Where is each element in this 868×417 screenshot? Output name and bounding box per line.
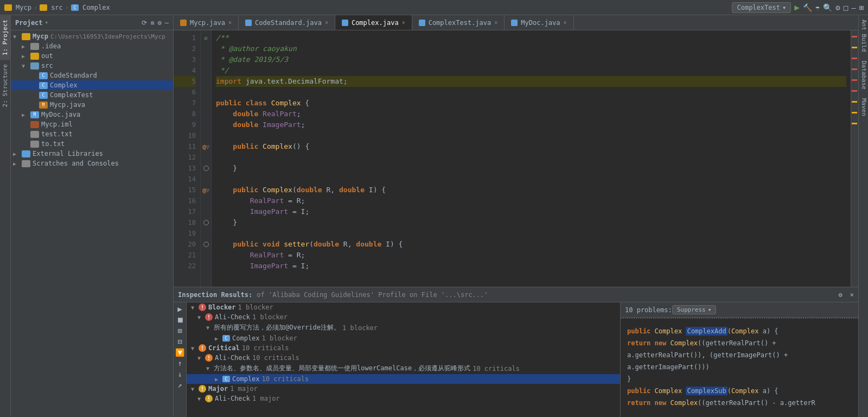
expand-all-icon[interactable]: ⊞ [177,326,182,335]
right-tab-database[interactable]: Database [859,56,868,94]
override-marker-11: @ [202,143,206,150]
totxt-icon [30,141,39,148]
breadcrumb-mycp[interactable]: Mycp [4,4,31,11]
tree-item-testtxt[interactable]: test.txt [11,129,173,139]
insp-alicheck-critical[interactable]: ▼ ! Ali-Check 10 criticals [187,353,620,363]
tree-item-idea[interactable]: ▶ .idea [11,41,173,51]
up-icon[interactable]: ↑ [177,359,182,368]
crit-label: Critical [208,344,240,352]
sidebar-item-structure[interactable]: 2: Structure [0,60,10,111]
settings-icon[interactable]: ⚙ [835,3,840,12]
code-line-14 [216,174,846,185]
complex-tab-close[interactable]: × [402,20,405,26]
gear-icon[interactable]: ⚙ [158,19,162,27]
tab-codestandard[interactable]: CodeStandard.java × [239,15,335,30]
preview-line-1: public Complex ComplexAdd(Complex a) { [627,325,852,337]
insp-alicheck-major[interactable]: ▼ ! Ali-Check 1 major [187,394,620,403]
ct-tab-close[interactable]: × [494,20,497,26]
code-line-21: RealPart = R; [216,250,846,261]
export-icon[interactable]: ↗ [177,381,182,389]
code-content[interactable]: /** * @author caoyakun * @date 2019/5/3 … [212,30,851,287]
tree-item-codestandard[interactable]: C CodeStandard [11,71,173,80]
gutter-13 [203,163,209,174]
collapse-icon[interactable]: ≡ [150,19,154,27]
maximize-icon[interactable]: □ [844,3,848,12]
tree-item-mycp[interactable]: M Mycp.java [11,100,173,110]
stop-icon[interactable]: ⏹ [176,315,184,324]
scroll-marker-3 [852,58,857,59]
insp-camelcase-item[interactable]: ▼ 方法名、参数名、成员变量、局部变量都统一使用lowerCamelCase，必… [187,363,620,374]
hide-icon[interactable]: — [165,19,169,27]
tab-complex[interactable]: Complex.java × [335,15,412,30]
right-tab-maven[interactable]: Maven [859,94,868,121]
tree-item-mycpiml[interactable]: Mycp.iml [11,119,173,129]
cs-tab-label: CodeStandard.java [255,19,322,27]
suppress-button[interactable]: Suppress ▾ [672,305,717,314]
acm-label: Ali-Check [215,395,250,402]
tree-item-complextest[interactable]: C ComplexTest [11,90,173,100]
insp-override-item[interactable]: ▼ 所有的覆写方法，必须加@Override注解。 1 blocker [187,322,620,333]
complex-blocker-label: Complex [232,334,260,342]
scroll-marker-5 [852,79,857,81]
code-line-11: public Complex() { [216,141,846,152]
mydoc-tab-close[interactable]: × [564,20,567,26]
breadcrumb-complex[interactable]: C Complex [71,4,110,11]
tree-item-extlibs[interactable]: ▶ External Libraries [11,149,173,159]
complextest-icon: C [39,92,48,99]
tree-item-mydoc[interactable]: ▶ M MyDoc.java [11,110,173,119]
inspection-close-icon[interactable]: × [850,291,854,299]
sync-icon[interactable]: ⟳ [142,19,147,27]
right-scroll-markers [851,30,858,287]
project-panel-title: Project [15,19,43,27]
layout-icon[interactable]: ⊞ [859,3,864,12]
inspection-settings-icon[interactable]: ⚙ [839,291,843,299]
insp-critical[interactable]: ▼ ! Critical 10 criticals [187,343,620,353]
tab-complextest[interactable]: ComplexTest.java × [412,15,505,30]
insp-alicheck-blocker[interactable]: ▼ ! Ali-Check 1 blocker [187,312,620,322]
collapse-all-icon[interactable]: ⊟ [177,337,182,346]
tree-item-totxt[interactable]: to.txt [11,139,173,149]
mycp-tab-close[interactable]: × [228,20,232,26]
tree-item-scratches[interactable]: ▶ Scratches and Consoles [11,159,173,168]
search-icon[interactable]: 🔍 [823,3,832,12]
complex-blocker-count: 1 blocker [262,334,297,342]
idea-folder-icon [30,43,39,50]
maj-count: 1 major [230,385,258,393]
tab-bar: Mycp.java × CodeStandard.java × Complex.… [174,15,858,30]
run-config-selector[interactable]: ComplexTest ▾ [732,2,791,13]
tree-item-complex[interactable]: C Complex [11,80,173,90]
insp-major[interactable]: ▼ ! Major 1 major [187,384,620,394]
scroll-marker-2 [852,47,857,48]
tree-root[interactable]: ▼ Mycp C:\Users\16953\IdeaProjects\Mycp [11,31,173,41]
tree-item-src[interactable]: ▼ src [11,61,173,71]
minimize-icon[interactable]: — [851,3,856,12]
src-folder-icon [40,4,47,11]
project-panel-arrow: ▾ [45,19,49,26]
ccc-arrow: ▶ [215,376,222,382]
build-icon[interactable]: 🔨 [803,3,812,12]
fold-circle-13 [203,166,209,171]
breadcrumb-sep1: › [34,4,37,11]
run-config-label: ComplexTest [737,4,780,11]
insp-complex-critical[interactable]: ▶ C Complex 10 criticals [187,374,620,384]
sidebar-item-project[interactable]: 1: Project [0,15,10,60]
rerun-icon[interactable]: ▶ [177,305,182,313]
cs-tab-close[interactable]: × [325,20,328,26]
tree-item-out[interactable]: ▶ out [11,51,173,61]
right-tab-antbuild[interactable]: Ant Build [859,15,868,56]
suppress-arrow: ▾ [708,306,712,313]
complex-crit-count: 10 criticals [262,375,309,383]
breadcrumb-src[interactable]: src [40,4,63,11]
project-header-icons: ⟳ ≡ ⚙ — [142,19,169,27]
code-line-16: RealPart = R; [216,195,846,206]
tab-mydoc[interactable]: MyDoc.java × [505,15,573,30]
tab-mycp[interactable]: Mycp.java × [174,15,239,30]
bottom-header: Inspection Results: of 'Alibaba Coding G… [174,287,858,302]
insp-complex-blocker[interactable]: ▶ C Complex 1 blocker [187,333,620,343]
codestandard-label: CodeStandard [50,72,97,79]
insp-blocker[interactable]: ▼ ! Blocker 1 blocker [187,302,620,312]
filter-icon[interactable]: 🔽 [175,348,184,357]
coverage-icon[interactable]: ☂ [815,3,820,12]
run-button[interactable]: ▶ [794,2,800,12]
down-icon[interactable]: ↓ [177,370,182,378]
